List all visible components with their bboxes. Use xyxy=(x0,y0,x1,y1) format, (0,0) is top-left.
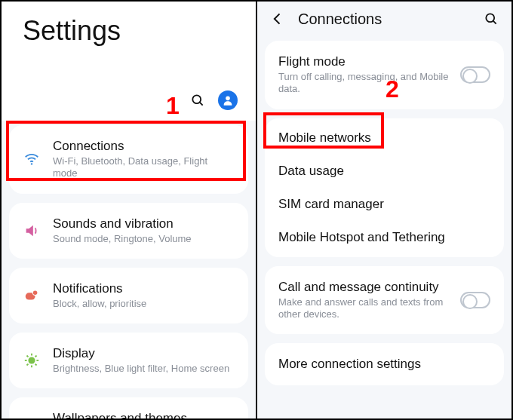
item-sub: Wi-Fi, Bluetooth, Data usage, Flight mod… xyxy=(53,155,235,180)
settings-card-sounds: Sounds and vibration Sound mode, Rington… xyxy=(9,203,248,259)
chevron-left-icon xyxy=(270,11,285,26)
sound-icon xyxy=(23,222,41,240)
settings-item-sounds[interactable]: Sounds and vibration Sound mode, Rington… xyxy=(9,206,248,256)
item-title: SIM card manager xyxy=(278,197,490,212)
search-icon xyxy=(484,11,499,26)
card-more: More connection settings xyxy=(265,343,504,385)
item-texts: SIM card manager xyxy=(278,197,490,212)
row-flight-mode[interactable]: Flight mode Turn off calling, messaging,… xyxy=(265,44,504,106)
item-title: Flight mode xyxy=(278,54,450,69)
annotation-1: 1 xyxy=(166,92,180,120)
connections-pane: Connections Flight mode Turn off calling… xyxy=(257,2,511,418)
item-title: Notifications xyxy=(53,281,235,296)
settings-card-connections: Connections Wi-Fi, Bluetooth, Data usage… xyxy=(9,125,248,194)
display-icon xyxy=(23,351,41,369)
card-flight-mode: Flight mode Turn off calling, messaging,… xyxy=(265,41,504,109)
item-title: More connection settings xyxy=(278,357,490,372)
settings-card-display: Display Brightness, Blue light filter, H… xyxy=(9,333,248,388)
row-mobile-networks[interactable]: Mobile networks xyxy=(265,121,504,155)
item-title: Display xyxy=(53,346,235,361)
item-texts: Display Brightness, Blue light filter, H… xyxy=(53,346,235,375)
svg-point-2 xyxy=(226,97,230,101)
item-texts: Data usage xyxy=(278,164,490,179)
item-texts: Connections Wi-Fi, Bluetooth, Data usage… xyxy=(53,139,235,180)
item-sub: Brightness, Blue light filter, Home scre… xyxy=(53,363,235,375)
item-sub: Turn off calling, messaging, and Mobile … xyxy=(278,71,450,96)
wifi-icon xyxy=(23,150,41,168)
header-actions: 1 xyxy=(2,53,256,121)
svg-point-7 xyxy=(28,357,35,364)
continuity-toggle[interactable] xyxy=(460,292,490,308)
card-network-group: Mobile networks Data usage SIM card mana… xyxy=(265,118,504,257)
item-title: Data usage xyxy=(278,164,490,179)
search-icon xyxy=(190,93,205,108)
item-texts: More connection settings xyxy=(278,357,490,372)
item-title: Connections xyxy=(53,139,235,154)
settings-item-notifications[interactable]: Notifications Block, allow, prioritise xyxy=(9,271,248,320)
settings-card-wallpapers: Wallpapers and themes Wallpapers, Themes… xyxy=(9,397,248,418)
item-texts: Call and message continuity Make and ans… xyxy=(278,280,450,321)
svg-point-0 xyxy=(192,95,201,103)
svg-line-15 xyxy=(35,356,37,357)
item-texts: Sounds and vibration Sound mode, Rington… xyxy=(53,216,235,245)
item-texts: Mobile networks xyxy=(278,130,490,146)
search-button[interactable] xyxy=(188,90,207,110)
card-continuity: Call and message continuity Make and ans… xyxy=(265,266,504,335)
item-texts: Flight mode Turn off calling, messaging,… xyxy=(278,54,450,96)
svg-line-1 xyxy=(200,103,203,106)
svg-point-6 xyxy=(33,290,38,295)
row-continuity[interactable]: Call and message continuity Make and ans… xyxy=(265,269,504,332)
item-title: Mobile Hotspot and Tethering xyxy=(278,230,490,245)
svg-point-3 xyxy=(31,163,32,164)
svg-line-14 xyxy=(26,364,28,366)
svg-line-13 xyxy=(35,364,37,366)
notifications-icon xyxy=(23,287,41,305)
settings-item-wallpapers[interactable]: Wallpapers and themes Wallpapers, Themes… xyxy=(9,400,248,418)
search-button[interactable] xyxy=(481,9,501,29)
item-sub: Sound mode, Ringtone, Volume xyxy=(53,233,235,245)
row-hotspot[interactable]: Mobile Hotspot and Tethering xyxy=(265,221,504,254)
svg-point-17 xyxy=(486,14,494,22)
wallpaper-icon xyxy=(23,416,41,418)
svg-line-18 xyxy=(493,21,496,24)
row-sim-manager[interactable]: SIM card manager xyxy=(265,188,504,221)
item-texts: Mobile Hotspot and Tethering xyxy=(278,230,490,245)
item-title: Wallpapers and themes xyxy=(53,411,235,418)
row-more-settings[interactable]: More connection settings xyxy=(265,346,504,382)
account-button[interactable] xyxy=(218,90,238,110)
item-title: Call and message continuity xyxy=(278,280,450,295)
svg-line-12 xyxy=(26,356,28,357)
settings-root-pane: Settings 1 Connections Wi-Fi, Bluetooth,… xyxy=(2,2,257,418)
flight-mode-toggle[interactable] xyxy=(460,66,490,83)
settings-card-notifications: Notifications Block, allow, prioritise xyxy=(9,268,248,323)
person-icon xyxy=(222,94,234,106)
item-title: Mobile networks xyxy=(278,130,490,146)
row-data-usage[interactable]: Data usage xyxy=(265,155,504,188)
connections-header: Connections xyxy=(257,2,511,36)
item-title: Sounds and vibration xyxy=(53,216,235,231)
page-title: Settings xyxy=(2,2,256,53)
settings-item-display[interactable]: Display Brightness, Blue light filter, H… xyxy=(9,336,248,385)
connections-title: Connections xyxy=(298,11,471,28)
item-sub: Make and answer calls and texts from oth… xyxy=(278,296,450,321)
settings-item-connections[interactable]: Connections Wi-Fi, Bluetooth, Data usage… xyxy=(9,128,248,191)
item-texts: Wallpapers and themes Wallpapers, Themes… xyxy=(53,411,235,418)
item-texts: Notifications Block, allow, prioritise xyxy=(53,281,235,310)
item-sub: Block, allow, prioritise xyxy=(53,298,235,310)
back-button[interactable] xyxy=(268,9,287,29)
